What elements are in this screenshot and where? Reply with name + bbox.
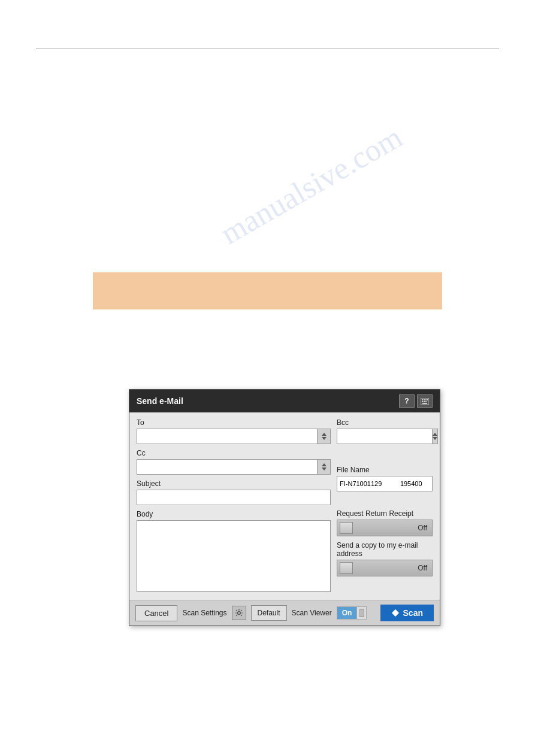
gear-icon — [235, 609, 243, 617]
bcc-dropdown-button[interactable] — [433, 429, 438, 444]
toggle-knob — [340, 522, 353, 534]
dialog-columns: To Cc Subj — [137, 418, 433, 594]
cc-label: Cc — [137, 449, 331, 457]
scan-diamond-icon — [391, 609, 400, 617]
svg-rect-3 — [425, 399, 427, 400]
send-copy-label: Send a copy to my e-mail address — [337, 541, 433, 558]
send-copy-toggle[interactable]: Off — [337, 560, 433, 576]
keyboard-button[interactable] — [417, 394, 433, 408]
request-return-receipt-label: Request Return Receipt — [337, 509, 433, 518]
watermark: manualsive.com — [214, 119, 408, 251]
dialog-body: To Cc Subj — [129, 412, 440, 600]
arrow-up-icon — [322, 433, 327, 436]
to-field-row — [137, 429, 331, 444]
body-textarea[interactable] — [137, 520, 331, 592]
svg-rect-5 — [422, 401, 423, 402]
dialog-footer: Cancel Scan Settings Default Scan Viewer… — [129, 600, 440, 626]
on-toggle-slider — [356, 607, 366, 619]
svg-rect-6 — [424, 401, 425, 402]
info-banner — [93, 272, 442, 309]
scan-button-label: Scan — [403, 608, 423, 618]
titlebar-icons: ? — [399, 394, 433, 408]
dialog-left-col: To Cc Subj — [137, 418, 331, 594]
send-copy-value: Off — [418, 564, 427, 572]
svg-rect-1 — [422, 399, 423, 400]
subject-label: Subject — [137, 479, 331, 488]
svg-rect-2 — [424, 399, 425, 400]
arrow-up-icon — [433, 433, 437, 436]
svg-rect-7 — [425, 401, 427, 402]
arrow-up-icon — [322, 463, 327, 466]
help-button[interactable]: ? — [399, 394, 415, 408]
dialog-title: Send e-Mail — [137, 396, 183, 406]
default-button[interactable]: Default — [251, 605, 287, 621]
svg-rect-8 — [422, 403, 427, 404]
subject-input[interactable] — [137, 490, 331, 505]
keyboard-icon — [421, 398, 429, 405]
scan-viewer-label: Scan Viewer — [292, 609, 332, 617]
arrow-down-icon — [433, 437, 437, 440]
cancel-button[interactable]: Cancel — [135, 605, 177, 621]
to-dropdown-button[interactable] — [318, 429, 331, 444]
bcc-field-row — [337, 429, 433, 444]
scan-button[interactable]: Scan — [380, 605, 434, 621]
send-email-dialog: Send e-Mail ? — [129, 389, 440, 626]
svg-rect-4 — [427, 399, 428, 400]
bcc-label: Bcc — [337, 418, 433, 427]
arrow-down-icon — [322, 437, 327, 440]
file-name-input[interactable] — [337, 476, 433, 491]
to-label: To — [137, 418, 331, 427]
svg-point-9 — [237, 612, 240, 615]
request-return-receipt-value: Off — [418, 524, 427, 532]
to-input[interactable] — [137, 429, 318, 444]
scan-settings-label: Scan Settings — [182, 609, 226, 617]
cc-field-row — [137, 459, 331, 475]
cc-dropdown-button[interactable] — [318, 459, 331, 475]
toggle-knob-2 — [340, 562, 353, 574]
cc-input[interactable] — [137, 459, 318, 475]
svg-marker-10 — [392, 609, 399, 617]
dialog-right-col: Bcc File Name Request Return Receipt Off — [337, 418, 433, 594]
body-label: Body — [137, 510, 331, 518]
scan-viewer-toggle[interactable]: On — [337, 606, 367, 620]
arrow-down-icon — [322, 467, 327, 470]
dialog-titlebar: Send e-Mail ? — [129, 390, 440, 412]
scan-settings-gear-button[interactable] — [232, 606, 246, 620]
top-divider — [36, 48, 499, 48]
subject-field-row — [137, 490, 331, 505]
file-name-label: File Name — [337, 466, 433, 474]
bcc-input[interactable] — [337, 429, 433, 444]
on-toggle-on-label: On — [337, 607, 357, 619]
request-return-receipt-toggle[interactable]: Off — [337, 520, 433, 536]
